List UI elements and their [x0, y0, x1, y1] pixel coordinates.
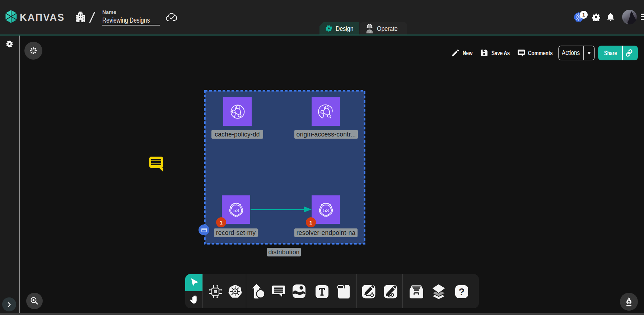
svg-text:?: ?: [459, 287, 465, 297]
svg-text:53: 53: [233, 207, 239, 213]
svg-text:53: 53: [323, 207, 328, 213]
